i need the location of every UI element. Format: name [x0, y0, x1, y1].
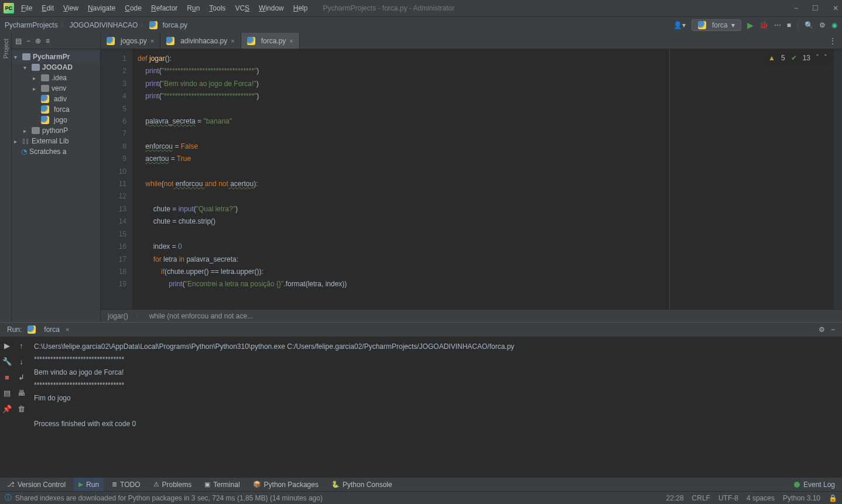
status-lineend[interactable]: CRLF — [692, 494, 710, 502]
stop-icon[interactable]: ■ — [787, 21, 791, 29]
breadcrumb: PycharmProjects 〉 JOGOADIVINHACAO 〉 forc… — [5, 20, 187, 30]
tab-run[interactable]: ▶Run — [74, 478, 104, 491]
event-log[interactable]: Event Log — [789, 481, 840, 489]
menu-window[interactable]: Window — [255, 3, 287, 13]
project-view-icon[interactable]: ▤ — [15, 37, 22, 45]
crumb-while[interactable]: while (not enforcou and not ace... — [149, 312, 253, 320]
more-tabs-icon[interactable]: ⋮ — [823, 37, 842, 45]
options-icon[interactable]: ≡ — [46, 37, 50, 45]
run-panel: Run: forca × ⚙ − ▶ 🔧 ■ ▤ 📌 ↑ ↓ ↲ 🖶 🗑 — [0, 322, 842, 477]
project-tree-panel: ▤ − ⊕ ≡ ▾PycharmPr ▾JOGOAD ▸.idea ▸venv … — [12, 33, 101, 322]
inspections-widget[interactable]: ▲5 ✔13 ˆ ˇ — [765, 53, 830, 63]
menu-help[interactable]: Help — [290, 3, 312, 13]
tree-pythonp[interactable]: ▸pythonP — [12, 125, 100, 136]
code-content[interactable]: def jogar(): print("********************… — [133, 49, 670, 309]
close-tab-icon[interactable]: × — [150, 37, 154, 44]
menu-tools[interactable]: Tools — [206, 3, 229, 13]
editor-minimap[interactable] — [834, 49, 842, 309]
status-time[interactable]: 22:28 — [666, 494, 684, 502]
gutter: 12345678910111213141516171819 — [101, 49, 133, 309]
minimize-icon[interactable]: − — [794, 4, 798, 12]
project-tool-tab[interactable]: Project — [2, 39, 9, 59]
warning-icon: ▲ — [768, 54, 775, 62]
tree-header: ▤ − ⊕ ≡ — [12, 33, 100, 49]
tree-venv[interactable]: ▸venv — [12, 83, 100, 94]
tab-adivinhacao[interactable]: adivinhacao.py× — [160, 33, 241, 49]
lock-icon[interactable]: 🔒 — [829, 494, 837, 502]
menu-navigate[interactable]: Navigate — [84, 3, 119, 13]
trash-icon[interactable]: 🗑 — [18, 404, 25, 413]
tab-console[interactable]: 🐍Python Console — [327, 478, 397, 491]
layout-icon[interactable]: ▤ — [4, 389, 11, 397]
editor[interactable]: 12345678910111213141516171819 def jogar(… — [101, 49, 842, 309]
codewithme-icon[interactable]: ◉ — [831, 21, 837, 29]
menu-edit[interactable]: Edit — [38, 3, 57, 13]
menu-file[interactable]: File — [18, 3, 36, 13]
run-icon[interactable]: ▶ — [747, 20, 754, 30]
run-tab-name[interactable]: forca — [44, 325, 60, 334]
run-config-selector[interactable]: forca ▾ — [692, 19, 741, 31]
wrench-icon[interactable]: 🔧 — [2, 357, 12, 366]
debug-icon[interactable]: 🐞 — [759, 21, 768, 29]
pin-icon[interactable]: 📌 — [2, 404, 12, 413]
run-settings-icon[interactable]: ⚙ — [819, 325, 825, 334]
up-arrow-icon[interactable]: ↑ — [19, 341, 23, 350]
tab-jogos[interactable]: jogos.py× — [101, 33, 160, 49]
menu-view[interactable]: View — [60, 3, 82, 13]
tab-problems[interactable]: ⚠Problems — [149, 478, 197, 491]
breadcrumb-p2[interactable]: JOGOADIVINHACAO — [70, 21, 138, 29]
close-icon[interactable]: ✕ — [833, 4, 838, 12]
breadcrumb-p1[interactable]: PycharmProjects — [5, 21, 58, 29]
tab-terminal[interactable]: ▣Terminal — [200, 478, 244, 491]
tree[interactable]: ▾PycharmPr ▾JOGOAD ▸.idea ▸venv adiv for… — [12, 49, 100, 322]
wrap-icon[interactable]: ↲ — [18, 373, 25, 382]
menu-code[interactable]: Code — [121, 3, 145, 13]
status-indent[interactable]: 4 spaces — [747, 494, 775, 502]
tree-external[interactable]: ▸⫿⫿External Lib — [12, 136, 100, 146]
bottom-tool-tabs: ⎇Version Control ▶Run ≣TODO ⚠Problems ▣T… — [0, 477, 842, 491]
tab-todo[interactable]: ≣TODO — [107, 478, 145, 491]
next-highlight-icon[interactable]: ˇ — [824, 54, 827, 62]
folder-icon — [32, 64, 40, 71]
rerun-icon[interactable]: ▶ — [4, 341, 10, 350]
close-run-tab-icon[interactable]: × — [66, 326, 69, 333]
run-output[interactable]: C:\Users\felipe.garcia02\AppData\Local\P… — [28, 337, 842, 477]
crumb-fn[interactable]: jogar() — [108, 312, 128, 320]
status-encoding[interactable]: UTF-8 — [718, 494, 738, 502]
prev-highlight-icon[interactable]: ˆ — [816, 54, 819, 62]
down-arrow-icon[interactable]: ↓ — [19, 357, 23, 366]
editor-right-margin — [670, 49, 834, 309]
add-user-icon[interactable]: 👤▾ — [673, 21, 686, 29]
settings-icon[interactable]: ⚙ — [819, 21, 826, 29]
statusbar: ⓘ Shared indexes are downloaded for Pyth… — [0, 491, 842, 504]
tree-jogo2[interactable]: jogo — [12, 115, 100, 125]
tree-root[interactable]: ▾PycharmPr — [12, 52, 100, 62]
run-more-icon[interactable]: ⋯ — [774, 21, 781, 29]
warning-icon: ⚠ — [153, 481, 159, 488]
search-icon[interactable]: 🔍 — [805, 21, 813, 29]
tab-packages[interactable]: 📦Python Packages — [248, 478, 323, 491]
tab-forca[interactable]: forca.py× — [241, 33, 300, 49]
stop-run-icon[interactable]: ■ — [5, 373, 9, 382]
tree-idea[interactable]: ▸.idea — [12, 73, 100, 83]
tree-jogo[interactable]: ▾JOGOAD — [12, 62, 100, 73]
folder-icon — [22, 53, 30, 60]
breadcrumb-p3[interactable]: forca.py — [162, 21, 187, 29]
navbar: PycharmProjects 〉 JOGOADIVINHACAO 〉 forc… — [0, 16, 842, 33]
menu-refactor[interactable]: Refactor — [148, 3, 181, 13]
menu-run[interactable]: Run — [183, 3, 203, 13]
editor-tabs: jogos.py× adivinhacao.py× forca.py× ⋮ — [101, 33, 842, 49]
crosshair-icon[interactable]: ⊕ — [35, 37, 41, 45]
hide-run-icon[interactable]: − — [831, 325, 835, 334]
close-tab-icon[interactable]: × — [231, 37, 234, 44]
tree-scratches[interactable]: ◔Scratches a — [12, 146, 100, 157]
tab-version-control[interactable]: ⎇Version Control — [2, 478, 70, 491]
print-icon[interactable]: 🖶 — [18, 389, 25, 397]
maximize-icon[interactable]: ☐ — [812, 4, 819, 12]
close-tab-icon[interactable]: × — [289, 37, 293, 44]
tree-adiv[interactable]: adiv — [12, 94, 100, 104]
collapse-icon[interactable]: − — [26, 37, 30, 45]
menu-vcs[interactable]: VCS — [231, 3, 253, 13]
status-interpreter[interactable]: Python 3.10 — [783, 494, 820, 502]
tree-forca[interactable]: forca — [12, 104, 100, 115]
